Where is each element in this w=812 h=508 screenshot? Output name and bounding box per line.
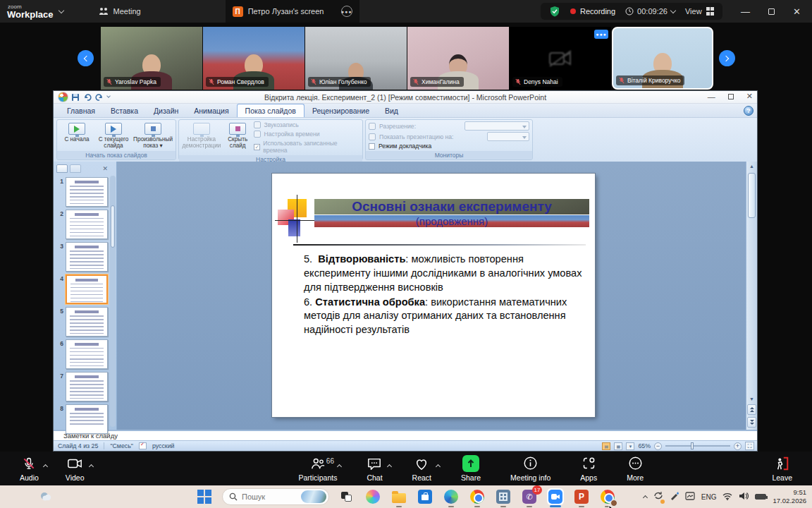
zoom-level-label[interactable]: 65% [638, 442, 651, 449]
chat-button[interactable]: Chat [362, 456, 386, 482]
search-input[interactable] [242, 492, 297, 501]
previous-slide-button[interactable] [747, 404, 756, 415]
hide-slide-button[interactable]: Скрыть слайд [224, 121, 252, 154]
audio-options-chevron[interactable] [44, 461, 47, 470]
tile-more-badge[interactable]: ●●● [594, 30, 608, 39]
tray-expand-icon[interactable] [643, 495, 648, 500]
from-beginning-button[interactable]: С начала [60, 121, 94, 150]
participant-tile[interactable]: Роман Свердлов [203, 27, 304, 90]
pen-input-icon[interactable] [670, 490, 679, 503]
scroll-up-icon[interactable]: ▲ [748, 164, 756, 169]
slide-thumbnail[interactable]: 7 [56, 372, 109, 401]
participant-tile[interactable]: ХиманГалина [407, 27, 509, 90]
panel-scrollbar-thumb[interactable] [111, 205, 115, 248]
react-button[interactable]: React [408, 456, 436, 482]
panel-close-icon[interactable]: ✕ [102, 165, 108, 172]
meeting-timer[interactable]: 00:09:26 [625, 7, 675, 16]
zoom-in-button[interactable]: + [734, 442, 742, 450]
taskbar-search[interactable] [222, 488, 329, 505]
view-button[interactable]: View [685, 7, 714, 16]
notes-pane[interactable]: Заметки к слайду [54, 430, 757, 440]
ppt-minimize-button[interactable]: — [708, 92, 715, 101]
resolution-dropdown[interactable] [465, 121, 529, 131]
apps-button[interactable]: Apps [576, 456, 601, 482]
panel-scrollbar[interactable] [110, 176, 116, 427]
tab-options-icon[interactable]: ●●● [341, 6, 352, 17]
snip-icon[interactable] [685, 490, 695, 503]
slide-thumbnail[interactable]: 3 [56, 242, 109, 272]
participant-tile[interactable]: ●●● Denys Nahai [510, 27, 611, 90]
recording-indicator[interactable]: Recording [570, 7, 615, 16]
slide-thumbnail[interactable]: 1 [56, 177, 109, 207]
language-label[interactable]: русский [152, 442, 175, 449]
participants-button[interactable]: 66 Participants [295, 456, 342, 482]
normal-view-button[interactable]: ▤ [602, 442, 610, 450]
powerpoint-button[interactable]: P [573, 488, 590, 505]
copilot-button[interactable] [364, 488, 381, 505]
minimize-button[interactable]: — [741, 6, 750, 17]
audio-button[interactable]: Audio [16, 456, 43, 482]
tray-clock[interactable]: 9:51 17.02.2026 [773, 488, 806, 505]
zoom-slider-thumb[interactable] [691, 442, 694, 449]
participant-tile[interactable]: Yaroslav Papka [101, 27, 202, 90]
microsoft-store-button[interactable] [417, 488, 433, 505]
wifi-icon[interactable] [722, 490, 732, 503]
scroll-down-icon[interactable]: ▼ [748, 397, 756, 401]
slide-thumbnail[interactable]: 5 [56, 307, 109, 337]
viber-button[interactable]: ✆17 [521, 488, 538, 505]
chrome-button[interactable] [469, 488, 486, 505]
participant-tile[interactable]: Юліан Голубенко [305, 27, 407, 90]
strip-next-button[interactable] [719, 50, 735, 66]
volume-icon[interactable] [739, 490, 749, 503]
battery-icon[interactable] [755, 494, 766, 500]
record-narration-button[interactable]: Звукозапись [254, 121, 359, 128]
slide-thumbnail[interactable]: 6 [56, 339, 109, 369]
meeting-info-button[interactable]: Meeting info [506, 456, 555, 482]
custom-show-button[interactable]: Произвольный показ ▾ [133, 121, 173, 150]
zoom-out-button[interactable]: − [654, 442, 662, 450]
file-explorer-button[interactable] [390, 488, 407, 505]
video-options-chevron[interactable] [90, 461, 93, 470]
slide-thumbnail[interactable]: 8 [56, 404, 109, 434]
security-shield-icon[interactable] [549, 6, 560, 17]
ppt-maximize-button[interactable] [728, 94, 734, 99]
ppt-close-button[interactable]: ✕ [746, 92, 753, 101]
use-timings-checkbox[interactable]: ✓ Использовать записанные времена [254, 140, 359, 154]
participants-options-chevron[interactable] [338, 461, 341, 470]
show-on-dropdown[interactable] [487, 132, 529, 141]
share-button[interactable]: Share [457, 456, 485, 482]
help-button[interactable]: ? [744, 106, 753, 116]
tab-dizain[interactable]: Дизайн [146, 104, 186, 117]
tab-animaciya[interactable]: Анимация [186, 104, 236, 117]
setup-show-button[interactable]: Настройка демонстрации [182, 121, 221, 154]
tab-glavnaya[interactable]: Главная [59, 104, 103, 117]
maximize-button[interactable] [768, 8, 775, 15]
outline-tab-icon[interactable] [70, 164, 81, 173]
close-button[interactable]: ✕ [793, 6, 801, 17]
vertical-scrollbar[interactable]: ▲ ▼ [746, 162, 757, 430]
leave-button[interactable]: Leave [768, 456, 796, 482]
spellcheck-icon[interactable] [139, 442, 147, 449]
sync-icon[interactable] [653, 490, 663, 503]
slide-thumbnail[interactable]: 2 [56, 210, 109, 239]
search-highlight-image[interactable] [301, 490, 326, 503]
task-view-button[interactable] [338, 488, 355, 505]
chat-options-chevron[interactable] [388, 461, 391, 470]
video-button[interactable]: Video [61, 456, 89, 482]
scrollbar-thumb[interactable] [748, 173, 756, 218]
presenter-view-checkbox[interactable]: Режим докладчика [369, 143, 529, 150]
slides-tab-icon[interactable] [56, 164, 68, 173]
tab-vid[interactable]: Вид [377, 104, 406, 117]
rehearse-timings-button[interactable]: Настройка времени [254, 131, 359, 138]
weather-widget[interactable] [39, 490, 54, 505]
shared-screen-tab[interactable]: П Петро Лузан's screen ●●● [226, 0, 359, 23]
edge-button[interactable] [443, 488, 460, 505]
slideshow-view-button[interactable]: ▼ [626, 442, 634, 450]
more-button[interactable]: More [622, 456, 648, 482]
zoom-slider[interactable] [665, 445, 730, 447]
fit-to-window-button[interactable]: ⛶ [745, 442, 754, 450]
language-indicator[interactable]: ENG [701, 493, 717, 501]
start-button[interactable] [196, 488, 213, 505]
next-slide-button[interactable] [747, 417, 756, 428]
from-current-slide-button[interactable]: С текущего слайда [97, 121, 130, 150]
